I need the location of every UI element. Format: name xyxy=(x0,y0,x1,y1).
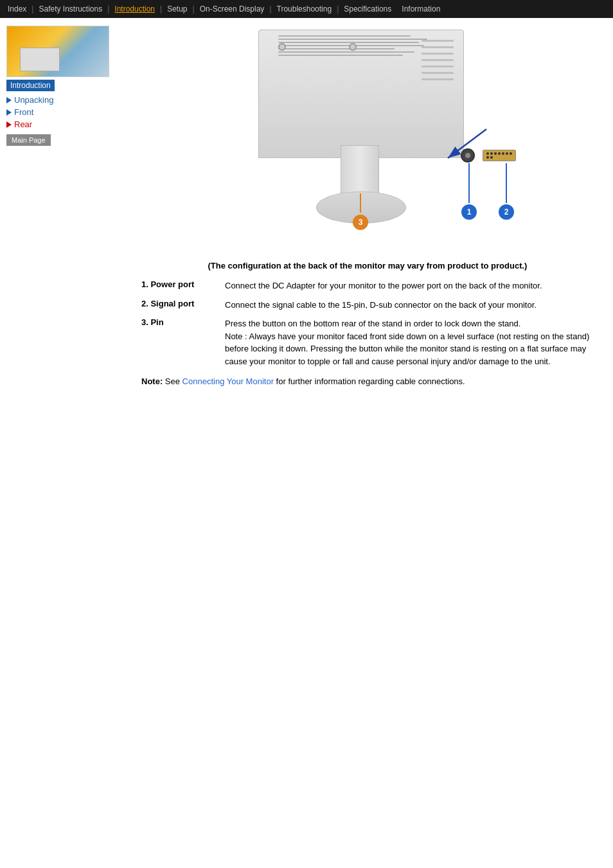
sidebar: Introduction Unpacking Front Rear Main P… xyxy=(0,23,129,399)
arrow-icon-front xyxy=(6,109,12,116)
monitor-diagram: 1 2 3 xyxy=(135,30,600,248)
description-section: (The configuration at the back of the mo… xyxy=(135,261,600,386)
sidebar-link-unpacking[interactable]: Unpacking xyxy=(6,95,129,105)
content-area: Introduction Unpacking Front Rear Main P… xyxy=(0,18,613,399)
sidebar-link-rear[interactable]: Rear xyxy=(6,120,129,129)
nav-safety[interactable]: Safety Instructions xyxy=(33,4,107,13)
note-bold-label: Note: xyxy=(141,376,163,386)
callout-line-3 xyxy=(360,193,361,213)
arrow-icon-unpacking xyxy=(6,97,12,103)
navbar: Index | Safety Instructions | Introducti… xyxy=(0,0,613,18)
nav-setup[interactable]: Setup xyxy=(162,4,192,13)
back-text-area xyxy=(278,35,444,58)
port-row-2: 2. Signal port Connect the signal cable … xyxy=(141,299,594,312)
nav-index[interactable]: Index xyxy=(3,4,31,13)
config-note: (The configuration at the back of the mo… xyxy=(141,261,594,270)
sidebar-link-label-front: Front xyxy=(14,107,33,117)
note-link[interactable]: Connecting Your Monitor xyxy=(182,376,274,386)
callout-line-1 xyxy=(468,163,470,203)
port-label-2: 2. Signal port xyxy=(141,299,225,308)
sidebar-link-label-unpacking: Unpacking xyxy=(14,95,53,105)
nav-information[interactable]: Information xyxy=(396,4,445,13)
port-label-1: 1. Power port xyxy=(141,279,225,289)
port-row-1: 1. Power port Connect the DC Adapter for… xyxy=(141,279,594,292)
note-text: See xyxy=(165,376,182,386)
nav-introduction[interactable]: Introduction xyxy=(109,4,160,13)
svg-line-1 xyxy=(448,129,486,158)
port-desc-2: Connect the signal cable to the 15-pin, … xyxy=(225,299,594,312)
nav-troubleshooting[interactable]: Troubleshooting xyxy=(272,4,337,13)
hole-right xyxy=(349,43,357,51)
port-label-3: 3. Pin xyxy=(141,317,225,327)
callout-3: 3 xyxy=(353,215,368,230)
note-line: Note: See Connecting Your Monitor for fu… xyxy=(141,376,594,386)
port-desc-1: Connect the DC Adapter for your monitor … xyxy=(225,279,594,292)
callout-2-label: 2 xyxy=(504,208,509,217)
callout-1-label: 1 xyxy=(467,208,472,217)
monitor-back-panel xyxy=(258,30,464,158)
nav-osd[interactable]: On-Screen Display xyxy=(195,4,270,13)
note-suffix: for further information regarding cable … xyxy=(276,376,465,386)
callout-3-label: 3 xyxy=(359,218,363,227)
port-desc-3: Press the button on the bottom rear of t… xyxy=(225,317,594,368)
sidebar-intro-label: Introduction xyxy=(6,80,55,91)
port-row-3: 3. Pin Press the button on the bottom re… xyxy=(141,317,594,368)
sidebar-link-label-rear: Rear xyxy=(14,120,32,129)
blue-arrow-svg xyxy=(441,126,493,164)
callout-2: 2 xyxy=(499,204,514,220)
monitor-stand-neck xyxy=(341,145,379,197)
main-content: 1 2 3 (The configuration at the back of … xyxy=(129,23,613,399)
nav-specifications[interactable]: Specifications xyxy=(339,4,396,13)
monitor-rear-view: 1 2 3 xyxy=(245,30,490,229)
arrow-icon-rear xyxy=(6,121,12,128)
callout-1: 1 xyxy=(461,204,477,220)
sidebar-link-front[interactable]: Front xyxy=(6,107,129,117)
main-page-button[interactable]: Main Page xyxy=(6,134,51,146)
hole-left xyxy=(278,43,286,51)
callout-line-2 xyxy=(506,163,507,203)
sidebar-thumbnail xyxy=(6,26,109,77)
back-vents xyxy=(422,40,454,82)
